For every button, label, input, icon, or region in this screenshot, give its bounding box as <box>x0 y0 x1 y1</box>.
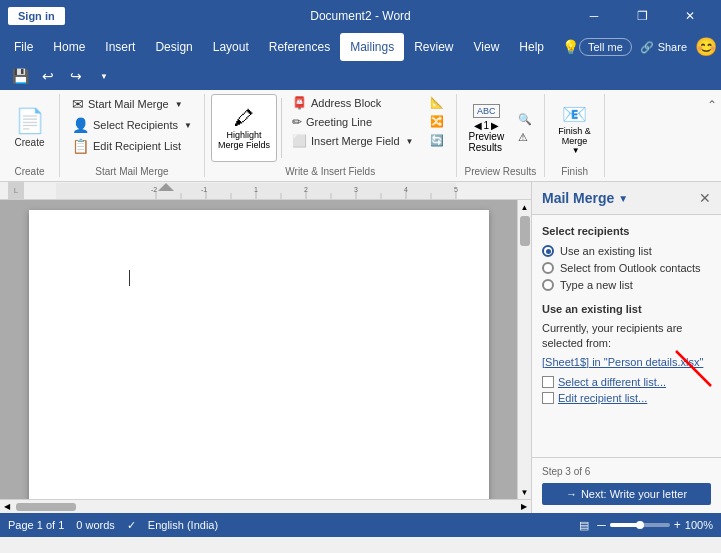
match-fields-button[interactable]: 🔀 <box>424 113 450 130</box>
ribbon: 📄 Create Create ✉ Start Mail Merge ▼ 👤 S… <box>0 90 721 182</box>
insert-merge-field-label: Insert Merge Field <box>311 135 400 147</box>
ribbon-group-write-insert: 🖍 HighlightMerge Fields 📮 Address Block … <box>205 94 457 177</box>
sign-in-button[interactable]: Sign in <box>8 7 65 25</box>
tell-me-input[interactable]: Tell me <box>579 38 632 56</box>
use-existing-radio[interactable]: Use an existing list <box>542 245 711 257</box>
ruler: L -2 -1 1 <box>0 182 531 200</box>
greeting-line-label: Greeting Line <box>306 116 372 128</box>
sheet-reference-link[interactable]: [Sheet1$] in "Person details.xlsx" <box>542 356 703 368</box>
qa-dropdown[interactable]: ▼ <box>92 64 116 88</box>
finish-group-label: Finish <box>561 162 588 177</box>
redo-button[interactable]: ↪ <box>64 64 88 88</box>
finish-merge-button[interactable]: 📧 Finish &Merge ▼ <box>552 94 597 162</box>
outlook-contacts-radio[interactable]: Select from Outlook contacts <box>542 262 711 274</box>
edit-recipient-label[interactable]: Edit recipient list... <box>558 392 647 404</box>
close-button[interactable]: ✕ <box>667 0 713 32</box>
edit-recipient-list-button[interactable]: 📋 Edit Recipient List <box>66 136 187 156</box>
menu-review[interactable]: Review <box>404 33 463 61</box>
document-page <box>29 210 489 499</box>
zoom-slider[interactable] <box>610 523 670 527</box>
ruler-svg: -2 -1 1 2 3 4 5 <box>26 183 496 199</box>
edit-recipient-icon <box>542 392 554 404</box>
mail-merge-group-label: Start Mail Merge <box>95 162 168 177</box>
scroll-thumb[interactable] <box>520 216 530 246</box>
find-recipient-button[interactable]: 🔍 <box>512 111 538 128</box>
highlight-label: HighlightMerge Fields <box>218 130 270 150</box>
panel-close-button[interactable]: ✕ <box>699 190 711 206</box>
scroll-up-button[interactable]: ▲ <box>518 200 532 214</box>
select-recipients-label: Select Recipients <box>93 119 178 131</box>
scroll-right-button[interactable]: ▶ <box>517 500 531 514</box>
rules-button[interactable]: 📐 <box>424 94 450 111</box>
minimize-button[interactable]: ─ <box>571 0 617 32</box>
recipients-dropdown-arrow: ▼ <box>184 121 192 130</box>
undo-button[interactable]: ↩ <box>36 64 60 88</box>
panel-title: Mail Merge <box>542 190 614 206</box>
address-block-button[interactable]: 📮 Address Block <box>286 94 420 112</box>
preview-abc-badge: ABC <box>473 104 500 118</box>
menu-view[interactable]: View <box>464 33 510 61</box>
scroll-track[interactable] <box>520 214 530 485</box>
step-text: Step 3 of 6 <box>542 466 711 477</box>
select-different-label[interactable]: Select a different list... <box>558 376 666 388</box>
preview-label: PreviewResults <box>469 131 505 153</box>
menu-design[interactable]: Design <box>145 33 202 61</box>
h-scroll-thumb[interactable] <box>16 503 76 511</box>
panel-dropdown-icon[interactable]: ▼ <box>618 193 628 204</box>
document-title: Document2 - Word <box>310 9 410 23</box>
share-button[interactable]: 🔗 Share <box>640 41 687 54</box>
select-different-item[interactable]: Select a different list... <box>542 376 711 388</box>
preview-arrow-right: ▶ <box>491 120 499 131</box>
menu-references[interactable]: References <box>259 33 340 61</box>
zoom-level: 100% <box>685 519 713 531</box>
scroll-down-button[interactable]: ▼ <box>518 485 532 499</box>
layout-icon[interactable]: ▤ <box>579 519 589 532</box>
update-labels-icon: 🔄 <box>430 134 444 147</box>
insert-merge-field-button[interactable]: ⬜ Insert Merge Field ▼ <box>286 132 420 150</box>
create-icon: 📄 <box>15 107 45 135</box>
document-area: L -2 -1 1 <box>0 182 531 513</box>
vertical-scrollbar[interactable]: ▲ ▼ <box>517 200 531 499</box>
zoom-in-button[interactable]: + <box>674 518 681 532</box>
insert-fields-stack: 📮 Address Block ✏ Greeting Line ⬜ Insert… <box>286 94 420 150</box>
scroll-left-button[interactable]: ◀ <box>0 500 14 514</box>
check-errors-button[interactable]: ⚠ <box>512 129 538 146</box>
zoom-slider-thumb[interactable] <box>636 521 644 529</box>
restore-button[interactable]: ❐ <box>619 0 665 32</box>
finish-icon: 📧 <box>562 102 587 126</box>
outlook-radio-circle <box>542 262 554 274</box>
save-qa-button[interactable]: 💾 <box>8 64 32 88</box>
create-button[interactable]: 📄 Create <box>8 94 52 162</box>
menu-insert[interactable]: Insert <box>95 33 145 61</box>
menu-home[interactable]: Home <box>43 33 95 61</box>
rules-icon: 📐 <box>430 96 444 109</box>
recipients-radio-group: Use an existing list Select from Outlook… <box>542 245 711 291</box>
select-recipients-button[interactable]: 👤 Select Recipients ▼ <box>66 115 198 135</box>
panel-body: Select recipients Use an existing list S… <box>532 215 721 457</box>
quick-access-toolbar: 💾 ↩ ↪ ▼ <box>0 62 721 90</box>
horizontal-scrollbar[interactable]: ◀ ▶ <box>0 499 531 513</box>
preview-results-button[interactable]: ABC ◀ 1 ▶ PreviewResults <box>463 94 511 162</box>
document-scroll-area[interactable] <box>0 200 517 499</box>
next-button[interactable]: → Next: Write your letter <box>542 483 711 505</box>
greeting-icon: ✏ <box>292 115 302 129</box>
menu-layout[interactable]: Layout <box>203 33 259 61</box>
arrow-annotation <box>671 346 721 396</box>
menu-mailings[interactable]: Mailings <box>340 33 404 61</box>
menu-file[interactable]: File <box>4 33 43 61</box>
ribbon-group-finish: 📧 Finish &Merge ▼ Finish <box>545 94 605 177</box>
update-labels-button[interactable]: 🔄 <box>424 132 450 149</box>
zoom-out-button[interactable]: ─ <box>597 518 606 532</box>
edit-recipient-item[interactable]: Edit recipient list... <box>542 392 711 404</box>
greeting-line-button[interactable]: ✏ Greeting Line <box>286 113 420 131</box>
menu-help[interactable]: Help <box>509 33 554 61</box>
h-scroll-track[interactable] <box>14 502 517 512</box>
ruler-corner: L <box>8 182 24 199</box>
ribbon-collapse-button[interactable]: ⌃ <box>703 94 721 177</box>
smiley-icon: 😊 <box>695 36 717 58</box>
type-new-radio[interactable]: Type a new list <box>542 279 711 291</box>
highlight-merge-fields-button[interactable]: 🖍 HighlightMerge Fields <box>211 94 277 162</box>
start-mail-merge-button[interactable]: ✉ Start Mail Merge ▼ <box>66 94 189 114</box>
svg-text:4: 4 <box>404 186 408 193</box>
address-block-icon: 📮 <box>292 96 307 110</box>
